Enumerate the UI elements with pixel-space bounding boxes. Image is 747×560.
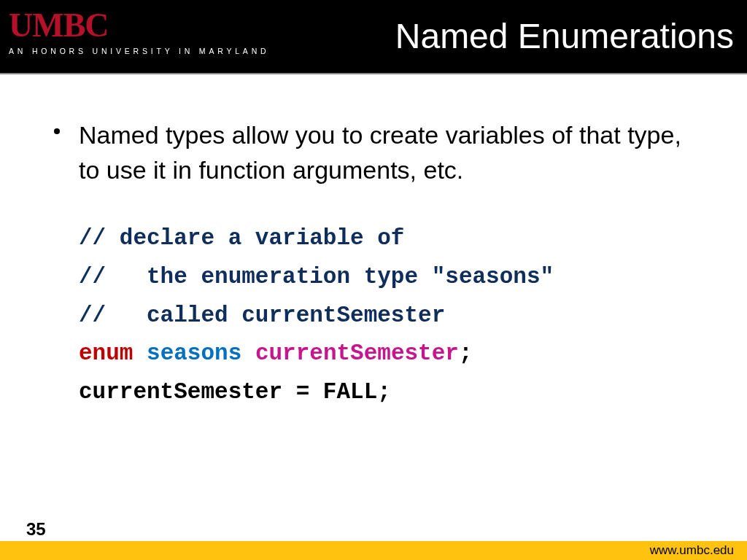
code-decl: enum seasons currentSemester; [79,335,703,373]
bullet-item: Named types allow you to create variable… [44,118,703,187]
code-ident: currentSemester [255,341,459,366]
logo-block: UMBC AN HONORS UNIVERSITY IN MARYLAND [9,9,269,55]
bullet-dot-icon [54,128,60,134]
code-block: // declare a variable of // the enumerat… [44,219,703,411]
code-comment-1: // declare a variable of [79,219,703,258]
slide-title: Named Enumerations [395,16,734,56]
slide-content: Named types allow you to create variable… [0,74,747,412]
footer-url: www.umbc.edu [650,543,734,558]
code-assign: currentSemester = FALL; [79,373,703,412]
bullet-text: Named types allow you to create variable… [79,121,681,184]
page-number: 35 [26,519,46,540]
code-semicolon: ; [459,341,473,366]
slide-header: UMBC AN HONORS UNIVERSITY IN MARYLAND Na… [0,0,747,74]
logo-tagline: AN HONORS UNIVERSITY IN MARYLAND [9,47,269,55]
code-comment-3: // called currentSemester [79,297,703,335]
code-keyword: enum [79,341,133,366]
logo-text: UMBC [9,9,269,42]
code-comment-2: // the enumeration type "seasons" [79,258,703,297]
code-type: seasons [147,341,241,366]
slide-footer: www.umbc.edu [0,541,747,560]
